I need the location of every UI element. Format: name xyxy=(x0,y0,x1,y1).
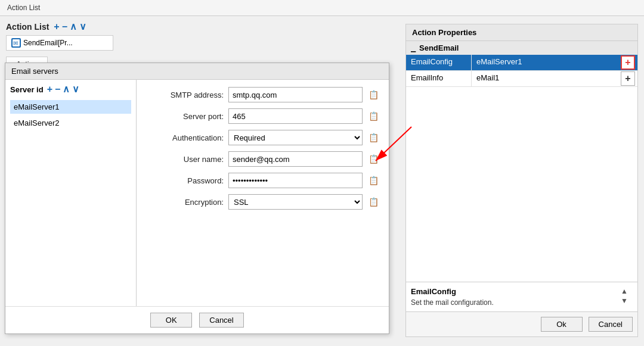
props-description: EmailConfig Set the mail configuration. … xyxy=(406,282,637,311)
server-add-btn[interactable]: + xyxy=(47,85,52,94)
encryption-label: Encryption: xyxy=(146,198,224,207)
password-row: Password: 📋 xyxy=(146,173,379,188)
auth-select[interactable]: Required None Optional xyxy=(228,130,363,145)
dialog-buttons: OK Cancel xyxy=(5,306,389,333)
smtp-label: SMTP address: xyxy=(146,91,224,99)
dialog-ok-btn[interactable]: OK xyxy=(150,313,192,328)
port-row: Server port: 📋 xyxy=(146,108,379,124)
auth-label: Authentication: xyxy=(146,133,224,142)
smtp-input[interactable] xyxy=(228,87,363,102)
auth-row: Authentication: Required None Optional 📋 xyxy=(146,130,379,145)
prop-key-emailinfo: EmailInfo xyxy=(406,71,472,86)
desc-arrows: ▲ ▼ xyxy=(621,287,628,305)
server-remove-btn[interactable]: − xyxy=(55,85,60,94)
server-list-controls: + − ∧ ∨ xyxy=(47,85,80,94)
server-up-btn[interactable]: ∧ xyxy=(63,85,70,94)
password-icon[interactable]: 📋 xyxy=(367,174,379,186)
action-item-icon: ✉ xyxy=(11,38,21,48)
prop-key-emailconfig: EmailConfig xyxy=(406,55,472,70)
action-list-remove-btn[interactable]: − xyxy=(62,22,67,32)
main-cancel-btn[interactable]: Cancel xyxy=(589,317,633,332)
port-icon[interactable]: 📋 xyxy=(367,110,379,122)
server-entry-2[interactable]: eMailServer2 xyxy=(10,116,131,130)
desc-title: EmailConfig xyxy=(411,287,633,296)
emailconfig-add-btn[interactable]: + xyxy=(621,55,635,70)
user-row: User name: 📋 xyxy=(146,151,379,167)
action-list-add-btn[interactable]: + xyxy=(54,22,59,32)
user-input[interactable] xyxy=(228,151,363,167)
server-entry-1[interactable]: eMailServer1 xyxy=(10,100,131,114)
action-item-label: SendEmail[Pr... xyxy=(23,39,73,47)
config-panel: SMTP address: 📋 Server port: 📋 Authentic… xyxy=(137,80,389,306)
server-id-label: Server id xyxy=(10,85,44,94)
action-list-title: Action List xyxy=(6,22,49,32)
props-table: ⎯ SendEmail EmailConfig eMailServer1 + E… xyxy=(406,41,637,282)
user-label: User name: xyxy=(146,155,224,164)
server-list-header: Server id + − ∧ ∨ xyxy=(10,85,131,94)
action-list-header: Action List + − ∧ ∨ xyxy=(6,22,179,32)
description-content: EmailConfig Set the mail configuration. xyxy=(411,287,633,307)
emailinfo-add-btn[interactable]: + xyxy=(621,71,635,86)
desc-up-arrow[interactable]: ▲ xyxy=(621,287,628,295)
action-list-down-btn[interactable]: ∨ xyxy=(79,22,86,32)
action-props-title: Action Properties xyxy=(406,24,637,41)
port-input[interactable] xyxy=(228,108,363,124)
section-label: SendEmail xyxy=(419,43,459,52)
server-down-btn[interactable]: ∨ xyxy=(72,85,79,94)
smtp-row: SMTP address: 📋 xyxy=(146,87,379,102)
encryption-icon[interactable]: 📋 xyxy=(367,196,379,208)
encryption-select[interactable]: SSL TLS None xyxy=(228,194,363,210)
title-bar: Action List xyxy=(0,0,644,16)
server-list-panel: Server id + − ∧ ∨ eMailServer1 eMailServ… xyxy=(5,80,137,306)
props-row-emailconfig[interactable]: EmailConfig eMailServer1 + xyxy=(406,55,637,71)
desc-text: Set the mail configuration. xyxy=(411,298,633,307)
password-label: Password: xyxy=(146,176,224,185)
auth-icon[interactable]: 📋 xyxy=(367,132,379,144)
action-list-controls: + − ∧ ∨ xyxy=(54,22,86,32)
svg-text:✉: ✉ xyxy=(13,40,18,46)
desc-down-arrow[interactable]: ▼ xyxy=(621,297,628,305)
props-section-header: ⎯ SendEmail xyxy=(406,41,637,55)
props-row-emailinfo[interactable]: EmailInfo eMail1 + xyxy=(406,71,637,87)
action-item[interactable]: ✉ SendEmail[Pr... xyxy=(6,35,113,51)
description-wrapper: EmailConfig Set the mail configuration. … xyxy=(411,287,633,307)
port-label: Server port: xyxy=(146,112,224,121)
action-properties-panel: Action Properties ⎯ SendEmail EmailConfi… xyxy=(405,24,638,337)
email-dialog-body: Server id + − ∧ ∨ eMailServer1 eMailServ… xyxy=(5,80,389,306)
password-input[interactable] xyxy=(228,173,363,188)
main-ok-btn[interactable]: Ok xyxy=(541,317,583,332)
prop-val-emailinfo: eMail1 xyxy=(472,71,618,86)
title-label: Action List xyxy=(7,4,40,12)
email-dialog: Email servers Server id + − ∧ ∨ eMailSer… xyxy=(5,63,389,334)
action-list-up-btn[interactable]: ∧ xyxy=(70,22,77,32)
email-dialog-title: Email servers xyxy=(5,63,389,80)
encryption-row: Encryption: SSL TLS None 📋 xyxy=(146,194,379,210)
prop-val-emailconfig: eMailServer1 xyxy=(472,55,618,70)
collapse-icon[interactable]: ⎯ xyxy=(411,43,416,52)
user-icon[interactable]: 📋 xyxy=(367,153,379,165)
dialog-cancel-btn[interactable]: Cancel xyxy=(199,313,243,328)
smtp-icon[interactable]: 📋 xyxy=(367,89,379,101)
